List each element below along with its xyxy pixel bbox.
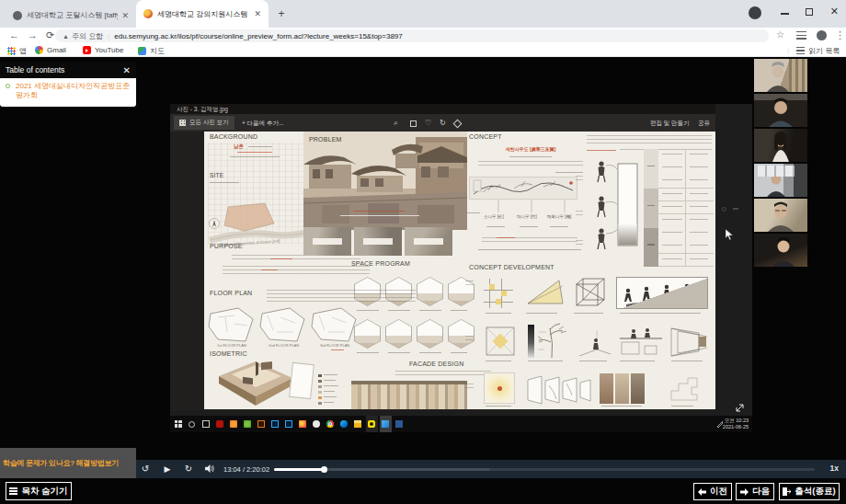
- toc-body: 2021 세명대실내디자인직공방표준평가회: [0, 78, 136, 107]
- taskbar-icon-blue-app[interactable]: [395, 420, 403, 428]
- taskbar-icon-acrobat[interactable]: [216, 420, 223, 428]
- reading-list-icon: [796, 47, 805, 55]
- photos-app-window: 사진 - 3. 김제영.jpg 모든 사진 보기 + 다음에 추가... ⌕ ♡…: [170, 104, 715, 411]
- screen: 세명대학교 포탈시스템 [taffy69] ✕ 세명대학교 강의지원시스템 ✕ …: [0, 0, 846, 504]
- tab-portal[interactable]: 세명대학교 포탈시스템 [taffy69] ✕: [7, 3, 134, 28]
- taskbar-icon-edge[interactable]: [340, 420, 348, 428]
- tabs-list-icon[interactable]: [796, 31, 806, 40]
- concept-table: [644, 149, 714, 267]
- window-close-button[interactable]: ✕: [830, 6, 839, 17]
- toc-item[interactable]: 2021 세명대실내디자인직공방표준평가회: [6, 82, 131, 101]
- bookmark-apps[interactable]: 앱: [7, 46, 27, 56]
- add-to-button[interactable]: + 다음에 추가...: [242, 120, 283, 128]
- bookmark-map[interactable]: 지도: [138, 46, 165, 56]
- attendance-button[interactable]: 출석(종료): [779, 483, 840, 500]
- replay-button[interactable]: ↺: [138, 460, 153, 478]
- favorite-icon[interactable]: ♡: [425, 119, 431, 127]
- lms-favicon: [143, 9, 153, 18]
- prev-button[interactable]: 이전: [693, 483, 732, 500]
- new-tab-button[interactable]: +: [276, 8, 287, 19]
- arrow-right-icon: [740, 488, 749, 496]
- legend-panel: [289, 362, 314, 399]
- taskbar-icon-chrome[interactable]: [326, 420, 334, 428]
- webcam-participant-1[interactable]: [754, 59, 807, 92]
- forward-button[interactable]: →: [28, 29, 38, 40]
- taskbar-icon-firefox[interactable]: [299, 420, 306, 428]
- browser-menu-icon[interactable]: ⋮: [835, 29, 845, 41]
- sehan-title: 세한사우도 [歲寒三友圖]: [480, 146, 581, 152]
- profile-avatar[interactable]: [749, 6, 761, 19]
- webcam-participant-5[interactable]: [754, 199, 807, 232]
- taskbar-icon-illustrator[interactable]: [257, 420, 265, 428]
- bookmark-star-icon[interactable]: ☆: [776, 29, 784, 40]
- heading-floor-plan: FLOOR PLAN: [210, 290, 252, 296]
- bamboo-sketch: [536, 323, 567, 360]
- list-icon: [9, 487, 17, 495]
- taskbar-icon-orange-app[interactable]: [230, 420, 237, 428]
- bookmark-youtube[interactable]: YouTube: [83, 46, 123, 54]
- share-button[interactable]: 공유: [698, 120, 710, 128]
- edit-create-button[interactable]: 편집 및 만들기: [650, 120, 690, 128]
- hide-toc-label: 목차 숨기기: [21, 486, 67, 498]
- back-button[interactable]: ←: [9, 29, 19, 40]
- progress-bar[interactable]: [274, 468, 815, 471]
- zoom-icon[interactable]: ⌕: [394, 119, 397, 128]
- problem-photo: PROBLEM: [303, 132, 467, 230]
- plan-label: 1st FLOOR PLAN: [217, 343, 246, 348]
- play-button[interactable]: ▶: [160, 460, 175, 478]
- reading-list[interactable]: 읽기 목록: [796, 46, 840, 56]
- windows-taskbar: 오전 10:23 2021-06-25: [170, 416, 752, 432]
- webcam-participant-3[interactable]: [754, 129, 807, 162]
- rotate-icon[interactable]: ↻: [440, 119, 446, 127]
- reload-button[interactable]: ⟳: [46, 29, 54, 41]
- help-link[interactable]: 학습에 문제가 있나요? 해결방법보기: [0, 458, 119, 468]
- slideshow-icon[interactable]: [410, 120, 417, 127]
- triangle-diagram: [524, 277, 566, 310]
- heading-purpose: PURPOSE: [210, 243, 243, 249]
- taskbar-icon-indesign[interactable]: [271, 420, 279, 428]
- taskbar-icon-photos[interactable]: [382, 420, 389, 428]
- webcam-participant-6[interactable]: [754, 234, 807, 267]
- progress-knob[interactable]: [321, 466, 327, 473]
- arrow-left-icon: [698, 488, 706, 496]
- tab-lms[interactable]: 세명대학교 강의지원시스템 ✕: [136, 0, 269, 28]
- start-button[interactable]: [175, 420, 182, 428]
- user-avatar-icon[interactable]: [817, 30, 827, 40]
- tree-label: 소나무 [松]: [484, 214, 504, 219]
- door-exit-icon: [783, 487, 791, 496]
- volume-button[interactable]: [202, 460, 217, 478]
- see-all-photos-button[interactable]: 모든 사진 보기: [174, 116, 234, 130]
- heading-facade-design: FACADE DESIGN: [409, 361, 463, 367]
- next-button[interactable]: 다음: [736, 483, 774, 500]
- taskbar-icon-white-app[interactable]: [313, 420, 320, 428]
- webcam-participant-2[interactable]: [754, 94, 807, 127]
- photos-window-title: 사진 - 3. 김제영.jpg: [170, 104, 715, 114]
- shared-desktop-video[interactable]: 사진 - 3. 김제영.jpg 모든 사진 보기 + 다음에 추가... ⌕ ♡…: [170, 104, 752, 432]
- tab-close-icon[interactable]: ✕: [121, 11, 129, 20]
- help-strip: 학습에 문제가 있나요? 해결방법보기: [0, 448, 136, 478]
- plan-label: 3rd FLOOR PLAN: [320, 343, 349, 348]
- player-control-bar: ↺ ▶ ↻ 13:04 / 2:20:02 1x: [136, 460, 846, 478]
- playback-speed[interactable]: 1x: [830, 464, 839, 473]
- tab-close-icon[interactable]: ✕: [254, 9, 261, 18]
- address-bar[interactable]: ▲ 주의 요함 | edu.semyung.ac.kr/ilos/pf/cour…: [55, 29, 769, 42]
- search-icon[interactable]: [189, 421, 195, 428]
- crop-icon[interactable]: [453, 120, 463, 129]
- minimize-button[interactable]: [781, 13, 789, 15]
- taskbar-icon-kakaotalk[interactable]: [368, 420, 375, 428]
- bookmark-gmail[interactable]: Gmail: [35, 46, 66, 54]
- walking-diagram: [616, 277, 708, 309]
- toc-close-icon[interactable]: ✕: [123, 65, 131, 75]
- security-warning-icon: ▲: [63, 33, 69, 40]
- webcam-participant-4[interactable]: [754, 164, 807, 197]
- forward-button[interactable]: ↻: [181, 460, 196, 478]
- taskbar-icon-folder[interactable]: [354, 420, 361, 428]
- security-warning-text[interactable]: 주의 요함: [72, 31, 103, 41]
- taskbar-icon-green-app[interactable]: [244, 420, 251, 428]
- maximize-button[interactable]: [806, 8, 813, 16]
- task-view-icon[interactable]: [202, 420, 210, 428]
- hide-toc-button[interactable]: 목차 숨기기: [6, 482, 72, 500]
- taskbar-icon-photoshop[interactable]: [285, 420, 292, 428]
- photos-menu-bar: 모든 사진 보기 + 다음에 추가... ⌕ ♡ ↻ 편집 및 만들기 공유: [170, 114, 715, 132]
- design-board-image: BACKGROUND 남촌 SITE Cultural: [204, 132, 715, 409]
